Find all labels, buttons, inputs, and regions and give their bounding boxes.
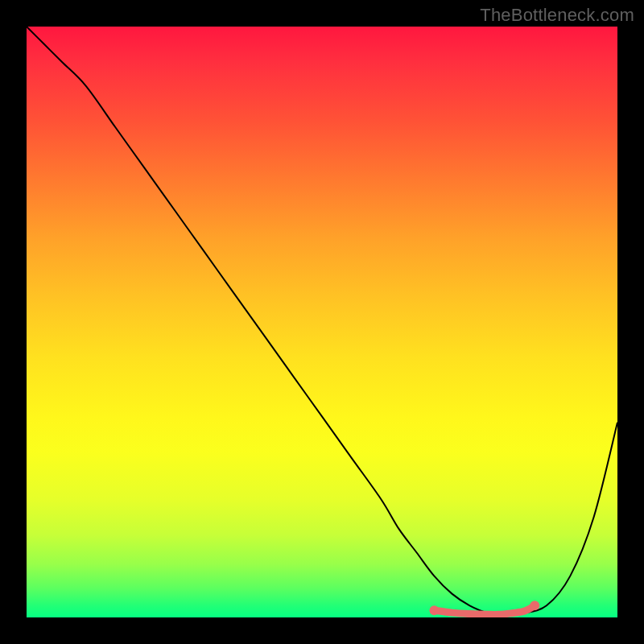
bottleneck-curve <box>27 27 617 617</box>
highlight-end-dot <box>530 601 539 610</box>
plot-area <box>27 27 617 617</box>
chart-frame: TheBottleneck.com <box>0 0 644 644</box>
curve-path <box>27 27 617 614</box>
watermark-text: TheBottleneck.com <box>480 5 634 26</box>
highlight-segment <box>434 605 535 614</box>
highlight-start-dot <box>429 605 439 615</box>
